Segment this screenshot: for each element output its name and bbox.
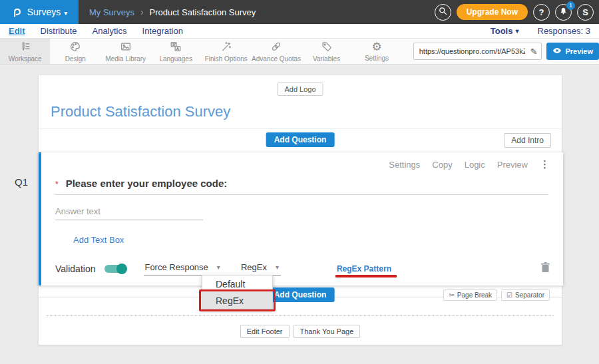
- tab-integration[interactable]: Integration: [142, 26, 183, 36]
- page-break-button[interactable]: Page Break: [443, 289, 497, 301]
- thank-you-page-button[interactable]: Thank You Page: [294, 325, 361, 338]
- breadcrumb-current-survey: Product Satisfaction Survey: [150, 7, 256, 17]
- add-question-bottom-button[interactable]: Add Question: [266, 287, 335, 302]
- eye-icon: [552, 47, 562, 55]
- question-logic-link[interactable]: Logic: [465, 160, 485, 170]
- notifications[interactable]: 1: [555, 4, 572, 21]
- question-preview-link[interactable]: Preview: [497, 160, 528, 170]
- editor-toolbar: Workspace Design Media Library Languages…: [0, 39, 599, 65]
- toolbar-item-label: Variables: [313, 55, 340, 63]
- translate-icon: [170, 41, 182, 54]
- regex-pattern-link[interactable]: RegEx Pattern: [337, 264, 391, 273]
- search-icon: [439, 7, 447, 17]
- force-response-dropdown[interactable]: Force Response: [144, 262, 222, 275]
- separator-label: Separator: [515, 291, 544, 299]
- toolbar-item-label: Design: [65, 55, 86, 63]
- question-text-row: * Please enter your employee code:: [55, 178, 227, 189]
- chevron-down-icon: [276, 264, 279, 271]
- survey-footer-buttons: Edit Footer Thank You Page: [39, 325, 562, 338]
- toolbar-media-library[interactable]: Media Library: [100, 39, 150, 64]
- toolbar-item-label: Workspace: [9, 55, 42, 63]
- validation-label: Validation: [55, 264, 95, 274]
- toolbar-finish-options[interactable]: Finish Options: [201, 39, 251, 64]
- annotation-underline: [335, 275, 397, 277]
- gear-icon: [371, 41, 381, 53]
- regex-pattern-label: RegEx Pattern: [337, 264, 391, 273]
- questionpro-app: Surveys My Surveys › Product Satisfactio…: [0, 0, 599, 364]
- edit-footer-button[interactable]: Edit Footer: [240, 325, 290, 338]
- add-intro-button[interactable]: Add Intro: [504, 133, 551, 148]
- toolbar-design[interactable]: Design: [50, 39, 100, 64]
- toolbar-languages[interactable]: Languages: [150, 39, 200, 64]
- workspace-icon: [19, 41, 31, 54]
- question-number-label: Q1: [15, 176, 28, 188]
- product-switcher[interactable]: Surveys: [0, 0, 79, 24]
- toggle-knob: [116, 264, 127, 274]
- validation-row: Validation Force Response RegEx RegEx Pa…: [55, 261, 550, 277]
- search-button[interactable]: [435, 4, 451, 21]
- toolbar-advance-quotas[interactable]: Advance Quotas: [251, 39, 301, 64]
- chevron-down-icon: [515, 28, 518, 35]
- nav-tabs: Edit Distribute Analytics Integration: [9, 26, 183, 36]
- preview-button[interactable]: Preview: [546, 43, 599, 60]
- tab-distribute[interactable]: Distribute: [41, 26, 77, 36]
- survey-title[interactable]: Product Satisfaction Survey: [51, 103, 230, 120]
- survey-url-input[interactable]: [414, 47, 526, 55]
- breadcrumb: My Surveys › Product Satisfaction Survey: [89, 7, 256, 17]
- menu-option-default[interactable]: Default: [202, 275, 272, 292]
- footer-divider: [47, 315, 554, 316]
- kebab-menu-icon[interactable]: [540, 158, 550, 170]
- question-text-underline: [55, 194, 548, 195]
- page-controls: Page Break Separator: [443, 289, 550, 301]
- toolbar-workspace[interactable]: Workspace: [0, 39, 50, 64]
- toolbar-item-label: Languages: [159, 55, 192, 63]
- validation-type-dropdown[interactable]: RegEx: [240, 262, 281, 275]
- header-actions: Upgrade Now ? 1 S: [435, 4, 599, 21]
- menu-option-regex-label: RegEx: [216, 295, 244, 306]
- breadcrumb-separator: ›: [140, 7, 144, 17]
- tools-dropdown[interactable]: Tools: [491, 26, 519, 36]
- between-questions-row: Add Question Page Break Separator: [39, 285, 562, 309]
- edit-url-pencil-icon[interactable]: [526, 45, 542, 57]
- menu-option-regex[interactable]: RegEx: [202, 292, 272, 309]
- validation-type-menu: Default RegEx: [202, 275, 273, 309]
- nav-right: Tools Responses: 3: [491, 26, 590, 36]
- chain-link-icon: [270, 41, 282, 54]
- chevron-down-icon: [64, 6, 67, 18]
- top-header: Surveys My Surveys › Product Satisfactio…: [0, 0, 599, 24]
- questionpro-logo-icon: [11, 7, 23, 18]
- separator-icon: [506, 291, 512, 299]
- upgrade-now-button[interactable]: Upgrade Now: [457, 4, 528, 20]
- magic-wand-icon: [220, 41, 232, 54]
- add-text-box-link[interactable]: Add Text Box: [73, 235, 124, 245]
- responses-count[interactable]: Responses: 3: [538, 26, 591, 36]
- add-logo-button[interactable]: Add Logo: [277, 83, 323, 96]
- add-question-top-button[interactable]: Add Question: [266, 132, 335, 147]
- chevron-down-icon: [217, 264, 220, 271]
- avatar[interactable]: S: [577, 4, 594, 21]
- toolbar-settings[interactable]: Settings: [351, 39, 401, 64]
- answer-text-input[interactable]: [55, 203, 203, 220]
- tools-label: Tools: [491, 26, 513, 36]
- toolbar-item-label: Media Library: [105, 55, 146, 63]
- question-settings-link[interactable]: Settings: [389, 160, 420, 170]
- page-break-label: Page Break: [457, 291, 492, 299]
- tab-analytics[interactable]: Analytics: [92, 26, 126, 36]
- question-action-menu: Settings Copy Logic Preview: [389, 158, 550, 170]
- toolbar-variables[interactable]: Variables: [301, 39, 351, 64]
- delete-question-button[interactable]: [541, 262, 550, 275]
- survey-editor-canvas: Q1 Add Logo Product Satisfaction Survey …: [0, 65, 599, 364]
- breadcrumb-my-surveys[interactable]: My Surveys: [89, 7, 134, 17]
- required-asterisk: *: [55, 180, 59, 189]
- validation-toggle[interactable]: [104, 265, 126, 273]
- help-button[interactable]: ?: [533, 4, 550, 21]
- separator-button[interactable]: Separator: [501, 289, 550, 301]
- question-block: Settings Copy Logic Preview * Please ent…: [39, 152, 563, 285]
- tag-icon: [321, 41, 333, 54]
- question-copy-link[interactable]: Copy: [432, 160, 452, 170]
- tab-edit[interactable]: Edit: [9, 26, 25, 36]
- question-text[interactable]: Please enter your employee code:: [66, 178, 228, 189]
- force-response-label: Force Response: [144, 262, 208, 272]
- toolbar-item-label: Settings: [365, 55, 389, 62]
- page-break-icon: [449, 291, 454, 299]
